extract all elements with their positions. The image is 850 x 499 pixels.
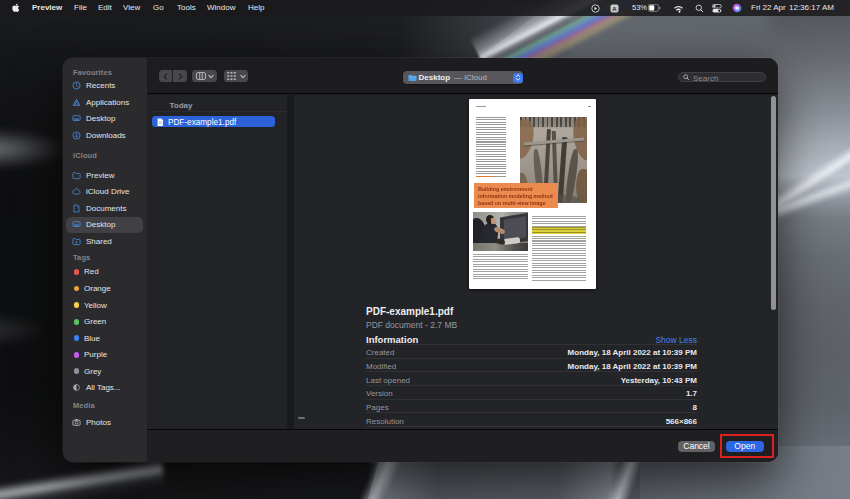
- svg-text:A: A: [612, 5, 617, 11]
